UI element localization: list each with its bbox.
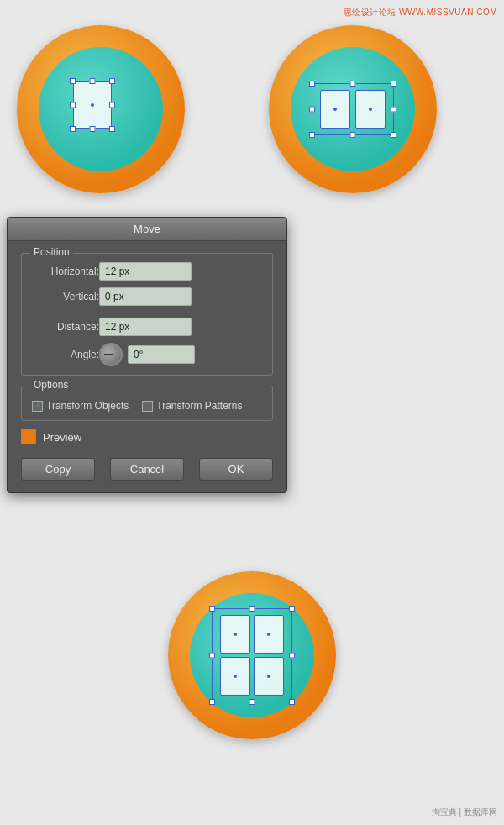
rect-tl	[220, 615, 250, 654]
circle-right	[269, 25, 437, 193]
watermark-top: 思绘设计论坛 WWW.MISSVUAN.COM	[344, 7, 497, 18]
circle-outer-right	[269, 25, 437, 193]
angle-row: Angle:	[32, 343, 262, 366]
angle-label: Angle:	[32, 349, 99, 360]
checkbox-row: Transform Objects Transform Patterns	[32, 400, 262, 412]
handle-tl	[70, 78, 76, 84]
handle-mr	[109, 102, 115, 108]
transform-objects-label: Transform Objects	[46, 400, 129, 412]
circle-outer-left	[17, 25, 185, 193]
dot-br	[267, 675, 270, 678]
position-label: Position	[30, 246, 73, 258]
dot-tr	[267, 633, 270, 636]
angle-dial[interactable]	[99, 343, 123, 366]
dot-2	[369, 108, 372, 111]
move-dialog: Move Position Horizontal: Vertical: Dist…	[7, 217, 287, 493]
handle2-mr	[391, 107, 396, 113]
rect-1	[320, 90, 350, 129]
distance-label: Distance:	[32, 321, 99, 333]
handle4-bl	[209, 699, 215, 705]
handle-tr	[109, 78, 115, 84]
canvas-top	[0, 0, 504, 210]
rect-bl	[220, 657, 250, 696]
transform-patterns-checkbox[interactable]	[142, 401, 153, 412]
options-label: Options	[30, 379, 71, 391]
distance-row: Distance:	[32, 318, 262, 336]
rect-br	[254, 657, 284, 696]
handle4-br	[289, 699, 295, 705]
transform-objects-item[interactable]: Transform Objects	[32, 400, 129, 412]
rect-dot	[91, 103, 94, 107]
handle2-br	[391, 132, 396, 138]
handle2-bm	[350, 132, 356, 138]
handle2-tl	[309, 81, 315, 87]
position-section: Position Horizontal: Vertical: Distance:…	[21, 253, 273, 376]
dot-tl	[234, 633, 237, 636]
circle-inner-left	[39, 47, 163, 171]
handle4-ml	[209, 653, 215, 659]
button-row: Copy Cancel OK	[21, 455, 273, 484]
handle2-ml	[309, 107, 315, 113]
horizontal-row: Horizontal:	[32, 262, 262, 281]
handle2-bl	[309, 132, 315, 138]
copy-button[interactable]: Copy	[21, 458, 95, 481]
vertical-row: Vertical:	[32, 287, 262, 306]
handle-bl	[70, 126, 76, 132]
handle4-tm	[249, 606, 255, 612]
vertical-input[interactable]	[99, 287, 192, 306]
dialog-body: Position Horizontal: Vertical: Distance:…	[8, 241, 286, 492]
dot-bl	[234, 675, 237, 678]
rect-tr	[254, 615, 284, 654]
selected-rect-left	[73, 81, 112, 129]
ok-button[interactable]: OK	[199, 458, 273, 481]
dialog-title: Move	[8, 218, 286, 241]
circle-left	[17, 25, 185, 193]
vertical-label: Vertical:	[32, 291, 99, 302]
handle4-tr	[289, 606, 295, 612]
handle-ml	[70, 102, 76, 108]
angle-input[interactable]	[128, 345, 195, 364]
canvas-bottom	[0, 538, 504, 773]
watermark-bottom: 淘宝典 | 数据库网	[432, 807, 497, 818]
handle-bm	[90, 126, 96, 132]
preview-label: Preview	[43, 431, 81, 444]
handle4-tl	[209, 606, 215, 612]
rect-2	[355, 90, 386, 129]
handle4-bm	[249, 699, 255, 705]
circle-outer-bottom	[168, 571, 336, 739]
options-section: Options Transform Objects Transform Patt…	[21, 386, 273, 421]
distance-input[interactable]	[99, 318, 192, 336]
preview-row: Preview	[21, 429, 273, 444]
handle-br	[109, 126, 115, 132]
transform-objects-checkbox[interactable]	[32, 401, 43, 412]
dot-1	[333, 108, 337, 111]
handle2-tm	[350, 81, 356, 87]
horizontal-label: Horizontal:	[32, 265, 99, 277]
handle-tm	[90, 78, 96, 84]
handle2-tr	[391, 81, 396, 87]
preview-color-swatch	[21, 429, 36, 444]
circle-inner-bottom	[190, 593, 314, 717]
cancel-button[interactable]: Cancel	[110, 458, 184, 481]
circle-bottom	[168, 571, 336, 739]
handle4-mr	[289, 653, 295, 659]
transform-patterns-item[interactable]: Transform Patterns	[142, 400, 242, 412]
circle-inner-right	[291, 47, 415, 171]
horizontal-input[interactable]	[99, 262, 192, 281]
transform-patterns-label: Transform Patterns	[156, 400, 242, 412]
